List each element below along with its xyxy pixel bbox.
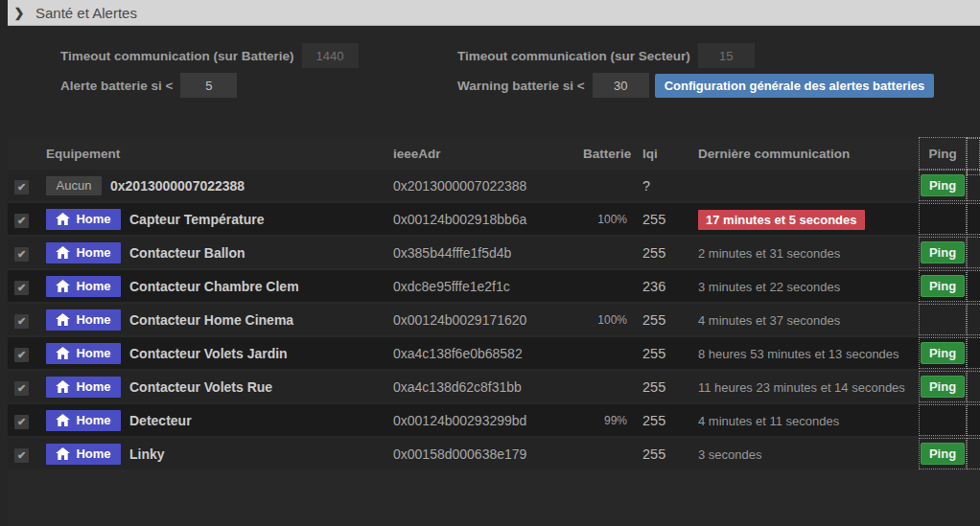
row-checkbox[interactable]: ✔ bbox=[14, 415, 29, 429]
device-name: Contacteur Chambre Clem bbox=[129, 279, 299, 294]
last-communication: 17 minutes et 5 secondes bbox=[698, 210, 865, 230]
home-icon bbox=[56, 246, 70, 259]
table-row: ✔ Home Detecteur 0x00124b00293299bd 99% … bbox=[8, 404, 980, 436]
last-communication: 4 minutes et 37 secondes bbox=[698, 313, 840, 328]
object-badge: Home bbox=[46, 309, 121, 331]
device-name: Contacteur Volets Rue bbox=[129, 379, 272, 395]
home-icon bbox=[56, 213, 70, 225]
alerts-settings-form: Timeout communication (sur Batterie) Tim… bbox=[0, 26, 980, 99]
object-badge: Home bbox=[46, 276, 121, 297]
battery-value: 100% bbox=[583, 313, 635, 327]
lqi-value: ? bbox=[635, 178, 688, 194]
table-header-row: Equipement ieeeAdr Batterie lqi Dernière… bbox=[8, 137, 980, 170]
ieee-address: 0x00124b0029171620 bbox=[393, 312, 583, 328]
section-title: Santé et Alertes bbox=[35, 5, 137, 21]
device-name: Capteur Température bbox=[129, 212, 265, 227]
home-icon bbox=[56, 347, 70, 359]
table-row: ✔ Home Linky 0x00158d000638e179 255 3 se… bbox=[8, 438, 980, 469]
lqi-value: 255 bbox=[635, 413, 688, 428]
battery-value: 100% bbox=[583, 213, 635, 226]
lqi-value: 255 bbox=[635, 212, 688, 227]
column-lqi: lqi bbox=[635, 147, 688, 161]
table-edge-cell bbox=[967, 404, 980, 436]
battery-alerts-config-button[interactable]: Configuration générale des alertes batte… bbox=[655, 74, 935, 98]
table-edge-cell bbox=[967, 371, 980, 402]
table-edge-cell bbox=[967, 337, 980, 369]
home-icon bbox=[56, 447, 70, 460]
ping-button[interactable]: Ping bbox=[921, 275, 965, 297]
badge-label: Home bbox=[76, 212, 110, 226]
row-checkbox[interactable]: ✔ bbox=[14, 281, 29, 295]
last-communication: 11 heures 23 minutes et 14 secondes bbox=[698, 380, 905, 395]
table-row: ✔ Home Contacteur Home Cinema 0x00124b00… bbox=[8, 304, 980, 335]
lqi-value: 255 bbox=[635, 446, 688, 462]
timeout-battery-label: Timeout communication (sur Batterie) bbox=[60, 49, 294, 63]
row-checkbox[interactable]: ✔ bbox=[14, 348, 29, 362]
table-row: ✔ Home Contacteur Ballon 0x385b44fffe1f5… bbox=[8, 237, 980, 268]
last-communication: 3 minutes et 22 secondes bbox=[698, 280, 840, 294]
object-badge: Home bbox=[46, 343, 121, 364]
object-badge: Home bbox=[46, 444, 121, 465]
badge-label: Home bbox=[76, 413, 110, 427]
lqi-value: 255 bbox=[635, 346, 688, 361]
last-communication: 3 secondes bbox=[698, 447, 762, 462]
ieee-address: 0xa4c138d62c8f31bb bbox=[393, 379, 583, 395]
row-checkbox[interactable]: ✔ bbox=[14, 314, 29, 329]
timeout-mains-input[interactable] bbox=[698, 43, 755, 68]
chevron-right-icon[interactable]: ❯ bbox=[12, 6, 26, 20]
home-icon bbox=[56, 280, 70, 292]
column-derniere-communication: Dernière communication bbox=[688, 147, 919, 161]
table-edge-strip bbox=[967, 138, 980, 175]
table-edge-cell bbox=[967, 438, 980, 469]
badge-label: Home bbox=[76, 346, 110, 360]
table-body: ✔ Aucun 0x2013000007022388 0x20130000070… bbox=[8, 170, 980, 469]
table-edge-cell bbox=[967, 270, 980, 302]
badge-label: Aucun bbox=[57, 178, 92, 193]
battery-value: 99% bbox=[583, 414, 635, 427]
column-ieeeadr: ieeeAdr bbox=[393, 147, 583, 161]
ieee-address: 0x00124b00293299bd bbox=[393, 413, 583, 428]
device-name: Detecteur bbox=[129, 413, 192, 428]
lqi-value: 236 bbox=[635, 279, 688, 294]
row-checkbox[interactable]: ✔ bbox=[14, 381, 29, 396]
timeout-battery-input[interactable] bbox=[302, 43, 359, 68]
table-edge-cell bbox=[967, 304, 980, 335]
ping-button[interactable]: Ping bbox=[921, 241, 965, 263]
row-checkbox[interactable]: ✔ bbox=[14, 448, 29, 463]
last-communication: 2 minutes et 31 secondes bbox=[698, 246, 840, 261]
ieee-address: 0xdc8e95fffe1e2f1c bbox=[393, 279, 583, 294]
lqi-value: 255 bbox=[635, 312, 688, 328]
badge-label: Home bbox=[76, 312, 110, 327]
table-edge-cell bbox=[967, 203, 980, 235]
battery-warning-label: Warning batterie si < bbox=[457, 79, 585, 93]
battery-warning-input[interactable] bbox=[593, 73, 649, 98]
battery-alert-input[interactable] bbox=[180, 73, 237, 98]
row-checkbox[interactable]: ✔ bbox=[14, 180, 29, 194]
home-icon bbox=[56, 313, 70, 326]
last-communication: 8 heures 53 minutes et 13 secondes bbox=[698, 347, 899, 361]
badge-label: Home bbox=[76, 446, 110, 461]
ping-button[interactable]: Ping bbox=[921, 342, 965, 364]
ping-button[interactable]: Ping bbox=[921, 376, 965, 398]
table-row: ✔ Home Capteur Température 0x00124b00291… bbox=[8, 203, 980, 235]
lqi-value: 255 bbox=[635, 245, 688, 261]
ping-button[interactable]: Ping bbox=[921, 174, 965, 196]
row-checkbox[interactable]: ✔ bbox=[14, 214, 29, 228]
ieee-address: 0x00124b002918bb6a bbox=[393, 212, 583, 227]
ieee-address: 0xa4c138f6e0b68582 bbox=[393, 346, 583, 361]
object-badge: Home bbox=[46, 377, 121, 398]
row-checkbox[interactable]: ✔ bbox=[14, 247, 29, 262]
table-row: ✔ Home Contacteur Volets Rue 0xa4c138d62… bbox=[8, 371, 980, 402]
lqi-value: 255 bbox=[635, 379, 688, 395]
section-header-bar[interactable]: ❯ Santé et Alertes bbox=[8, 0, 980, 26]
ping-button[interactable]: Ping bbox=[921, 443, 965, 465]
object-badge: Aucun bbox=[46, 176, 102, 195]
device-name: 0x2013000007022388 bbox=[110, 178, 245, 194]
column-batterie: Batterie bbox=[583, 147, 635, 161]
timeout-mains-label: Timeout communication (sur Secteur) bbox=[457, 49, 690, 63]
badge-label: Home bbox=[76, 379, 110, 394]
table-edge-cell bbox=[967, 237, 980, 268]
last-communication: 4 minutes et 11 secondes bbox=[698, 414, 839, 428]
device-name: Contacteur Ballon bbox=[129, 245, 245, 261]
object-badge: Home bbox=[46, 410, 121, 431]
